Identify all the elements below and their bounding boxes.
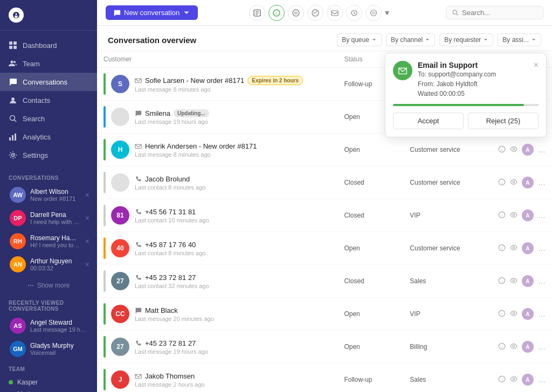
- close-icon[interactable]: ×: [85, 214, 89, 222]
- svg-rect-9: [9, 137, 11, 141]
- more-icon[interactable]: …: [538, 178, 546, 187]
- reject-button[interactable]: Reject (25): [468, 113, 539, 129]
- filter-by-queue[interactable]: By queue: [337, 33, 382, 46]
- action-icons: i A …: [498, 275, 546, 287]
- view-icon[interactable]: [510, 244, 518, 253]
- close-popup-button[interactable]: ×: [534, 61, 539, 69]
- cust-avatar: H: [111, 141, 129, 159]
- svg-point-14: [30, 285, 31, 286]
- filter-by-assignee[interactable]: By assi...: [498, 33, 541, 46]
- table-row[interactable]: 40 +45 87 17 76 40 Last contact 8 minute…: [97, 232, 552, 265]
- sidebar-item-analytics[interactable]: Analytics: [0, 128, 97, 146]
- table-row[interactable]: J Jakob Thomsen Last message 2 hours ago…: [97, 363, 552, 393]
- toolbar-icon-7[interactable]: [365, 5, 382, 21]
- table-row[interactable]: 27 +45 23 72 81 27 Last message 19 hours…: [97, 331, 552, 363]
- cust-name: +45 56 71 31 81: [135, 208, 209, 216]
- accept-button[interactable]: Accept: [393, 113, 464, 129]
- show-more-button[interactable]: Show more: [9, 278, 88, 292]
- avatar-icon[interactable]: A: [522, 308, 534, 320]
- avatar-icon[interactable]: A: [522, 209, 534, 221]
- info-icon[interactable]: i: [498, 342, 506, 352]
- view-icon[interactable]: [510, 375, 518, 384]
- conv-item-gladys-murphy[interactable]: GM Gladys Murphy Voicemail: [3, 338, 94, 360]
- toolbar-more-button[interactable]: ▾: [385, 8, 389, 18]
- more-icon[interactable]: …: [538, 244, 546, 253]
- sidebar-item-contacts[interactable]: Contacts: [0, 91, 97, 109]
- sidebar-item-team[interactable]: Team: [0, 54, 97, 73]
- search-box[interactable]: [446, 6, 543, 19]
- sidebar-item-settings[interactable]: Settings: [0, 146, 97, 164]
- conv-item-angel-steward[interactable]: AS Angel Steward Last message 19 hours..…: [3, 314, 94, 337]
- cust-avatar: J: [111, 370, 129, 389]
- conv-item-arthur-nguyen[interactable]: AN Arthur Nguyen 00:03:32 ×: [3, 253, 94, 276]
- overview-header: Conversation overview By queue By channe…: [97, 26, 552, 51]
- toolbar-icon-2[interactable]: i: [268, 5, 285, 21]
- info-icon[interactable]: i: [498, 178, 506, 187]
- action-icons: i A …: [498, 177, 546, 188]
- queue-cell: Customer service: [403, 166, 492, 199]
- team-member-kasper[interactable]: Kasper: [0, 376, 97, 388]
- logo-icon: [9, 8, 24, 23]
- sidebar-item-label: Conversations: [23, 78, 67, 86]
- close-icon[interactable]: ×: [85, 237, 89, 246]
- info-icon[interactable]: i: [498, 244, 506, 253]
- avatar-icon[interactable]: A: [522, 242, 534, 254]
- toolbar-icon-4[interactable]: [307, 5, 323, 21]
- info-icon[interactable]: i: [498, 277, 506, 286]
- table-row[interactable]: CC Matt Black Last message 20 minutes ag…: [97, 298, 552, 331]
- toolbar-icon-3[interactable]: [288, 5, 304, 21]
- table-row[interactable]: 81 +45 56 71 31 81 Last contact 10 minut…: [97, 199, 552, 232]
- filter-by-channel[interactable]: By channel: [386, 33, 435, 46]
- more-icon[interactable]: …: [538, 342, 546, 351]
- view-icon[interactable]: [510, 310, 518, 319]
- table-row[interactable]: H Henrik Andersen - New order #8171 Last…: [97, 134, 552, 166]
- new-conversation-button[interactable]: New conversation: [106, 5, 198, 20]
- table-row[interactable]: Jacob Brolund Last contact 8 minutes ago…: [97, 166, 552, 199]
- info-icon[interactable]: i: [498, 375, 506, 384]
- svg-text:i: i: [501, 180, 502, 184]
- info-icon[interactable]: i: [498, 310, 506, 319]
- view-icon[interactable]: [510, 211, 518, 220]
- conv-item-darrell-pena[interactable]: DP Darrell Pena I need help with some...…: [3, 207, 94, 229]
- cust-name: Jakob Thomsen: [135, 372, 205, 380]
- status-cell: Closed: [337, 265, 403, 298]
- search-input[interactable]: [462, 9, 537, 17]
- status-cell: Open: [337, 298, 403, 331]
- more-icon[interactable]: …: [538, 145, 546, 154]
- sidebar-item-label: Analytics: [23, 133, 51, 141]
- filter-by-requester[interactable]: By requester: [439, 33, 493, 46]
- toolbar-icon-6[interactable]: [346, 5, 362, 21]
- more-icon[interactable]: …: [538, 277, 546, 285]
- customer-cell: 27 +45 23 72 81 27 Last contact 32 minut…: [97, 265, 337, 298]
- sidebar-item-search[interactable]: Search: [0, 109, 97, 128]
- table-row[interactable]: 27 +45 23 72 81 27 Last contact 32 minut…: [97, 265, 552, 298]
- avatar-icon[interactable]: A: [522, 275, 534, 287]
- info-icon[interactable]: i: [498, 145, 506, 155]
- info-icon[interactable]: i: [498, 211, 506, 220]
- filter-label: By assi...: [502, 36, 529, 44]
- conv-item-rosemary-hawk[interactable]: RH Rosemary Hawk... Hi! I need you to lo…: [3, 230, 94, 253]
- more-icon[interactable]: …: [538, 211, 546, 220]
- avatar-icon[interactable]: A: [522, 177, 534, 188]
- toolbar-icon-5[interactable]: [327, 5, 343, 21]
- close-icon[interactable]: ×: [85, 191, 89, 199]
- team-member-mads[interactable]: Mads: [0, 388, 97, 392]
- avatar-icon[interactable]: A: [522, 374, 534, 386]
- avatar-icon[interactable]: A: [522, 144, 534, 156]
- more-icon[interactable]: …: [538, 375, 546, 384]
- customer-cell: 27 +45 23 72 81 27 Last message 19 hours…: [97, 331, 337, 363]
- sidebar-item-dashboard[interactable]: Dashboard: [0, 36, 97, 54]
- view-icon[interactable]: [510, 145, 518, 155]
- conv-item-albert-wilson[interactable]: AW Albert Wilson New order #8171 ×: [3, 184, 94, 206]
- conv-preview: Voicemail: [30, 349, 89, 356]
- sidebar-item-conversations[interactable]: Conversations: [0, 73, 97, 91]
- toolbar-icon-1[interactable]: [249, 5, 265, 21]
- view-icon[interactable]: [510, 342, 518, 352]
- more-icon[interactable]: …: [538, 310, 546, 318]
- view-icon[interactable]: [510, 178, 518, 187]
- close-icon[interactable]: ×: [85, 260, 89, 269]
- avatar-icon[interactable]: A: [522, 341, 534, 353]
- view-icon[interactable]: [510, 277, 518, 286]
- conv-avatar: GM: [10, 341, 26, 357]
- cust-name: +45 23 72 81 27: [135, 274, 209, 282]
